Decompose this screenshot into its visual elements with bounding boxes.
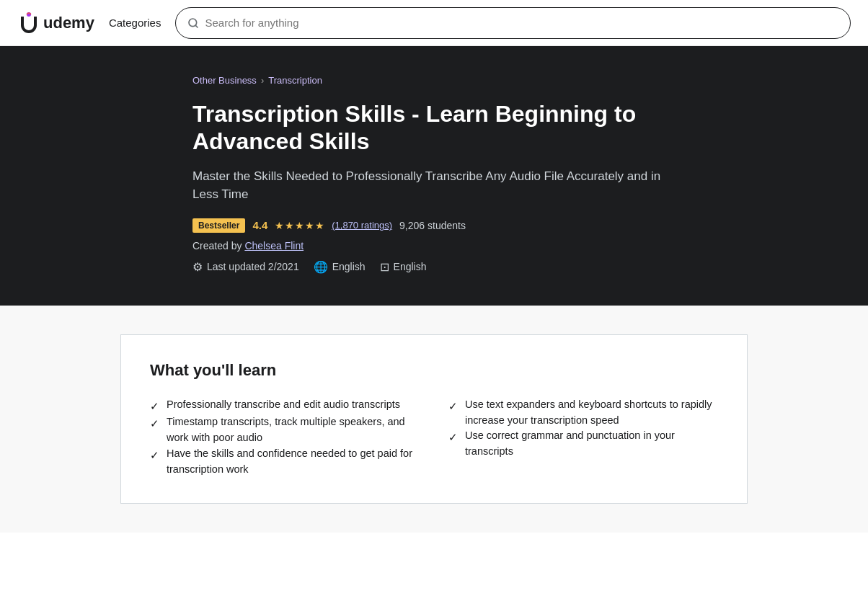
check-icon: ✓ — [150, 416, 159, 432]
star-2: ★ — [285, 220, 294, 231]
learn-item-text: Have the skills and confidence needed to… — [167, 446, 420, 478]
learn-item: ✓Use text expanders and keyboard shortcu… — [448, 397, 718, 429]
learn-item-text: Timestamp transcripts, track multiple sp… — [167, 414, 420, 446]
learn-item: ✓Have the skills and confidence needed t… — [150, 446, 420, 478]
breadcrumb-separator: › — [261, 75, 264, 86]
instructor-link[interactable]: Chelsea Flint — [244, 240, 304, 251]
learn-items-right: ✓Use text expanders and keyboard shortcu… — [448, 397, 718, 478]
bestseller-badge: Bestseller — [192, 218, 245, 233]
learn-box: What you'll learn ✓Professionally transc… — [120, 334, 748, 504]
udemy-logo[interactable]: udemy — [17, 12, 94, 35]
check-icon: ✓ — [150, 448, 159, 464]
course-subtitle: Master the Skills Needed to Professional… — [192, 167, 676, 204]
caption-item: ⊡ English — [380, 260, 427, 274]
update-icon: ⚙ — [192, 260, 203, 274]
header: udemy Categories — [0, 0, 868, 46]
star-4: ★ — [305, 220, 314, 231]
last-updated: ⚙ Last updated 2/2021 — [192, 260, 299, 274]
svg-line-2 — [196, 25, 198, 27]
learn-item-text: Professionally transcribe and edit audio… — [167, 397, 400, 413]
students-count: 9,206 students — [399, 220, 466, 231]
course-title: Transcription Skills - Learn Beginning t… — [192, 100, 676, 156]
learn-items-left: ✓Professionally transcribe and edit audi… — [150, 397, 420, 478]
created-by: Created by Chelsea Flint — [192, 240, 676, 251]
learn-grid: ✓Professionally transcribe and edit audi… — [150, 397, 718, 478]
breadcrumb: Other Business › Transcription — [192, 75, 676, 86]
categories-button[interactable]: Categories — [106, 17, 164, 29]
learn-item: ✓Use correct grammar and punctuation in … — [448, 428, 718, 460]
caption-icon: ⊡ — [380, 260, 389, 274]
star-3: ★ — [295, 220, 304, 231]
learn-item: ✓Professionally transcribe and edit audi… — [150, 397, 420, 415]
meta-row: ⚙ Last updated 2/2021 🌐 English ⊡ Englis… — [192, 260, 676, 274]
rating-number: 4.4 — [252, 219, 267, 231]
learn-item-text: Use text expanders and keyboard shortcut… — [465, 397, 718, 429]
check-icon: ✓ — [150, 399, 159, 415]
language-label: English — [332, 261, 366, 272]
hero-section: Other Business › Transcription Transcrip… — [0, 46, 868, 306]
ratings-link[interactable]: (1,870 ratings) — [332, 220, 392, 231]
last-updated-label: Last updated 2/2021 — [207, 261, 299, 272]
check-icon: ✓ — [448, 429, 458, 446]
star-5-half: ★ — [315, 220, 324, 231]
learn-item-text: Use correct grammar and punctuation in y… — [465, 428, 718, 460]
content-section: What you'll learn ✓Professionally transc… — [0, 306, 868, 533]
check-icon: ✓ — [448, 399, 458, 415]
learn-title: What you'll learn — [150, 361, 718, 380]
logo-icon — [17, 12, 40, 35]
caption-label: English — [394, 261, 427, 272]
breadcrumb-parent[interactable]: Other Business — [192, 75, 257, 86]
language-item: 🌐 English — [314, 260, 366, 274]
search-input[interactable] — [205, 17, 838, 29]
logo-text: udemy — [43, 14, 94, 32]
rating-row: Bestseller 4.4 ★ ★ ★ ★ ★ (1,870 ratings)… — [192, 218, 676, 233]
search-icon — [187, 17, 199, 29]
globe-icon: 🌐 — [314, 260, 328, 274]
star-rating: ★ ★ ★ ★ ★ — [275, 220, 324, 231]
star-1: ★ — [275, 220, 284, 231]
learn-item: ✓Timestamp transcripts, track multiple s… — [150, 414, 420, 446]
breadcrumb-current: Transcription — [268, 75, 322, 86]
search-bar — [175, 7, 851, 39]
created-by-label: Created by — [192, 240, 242, 251]
